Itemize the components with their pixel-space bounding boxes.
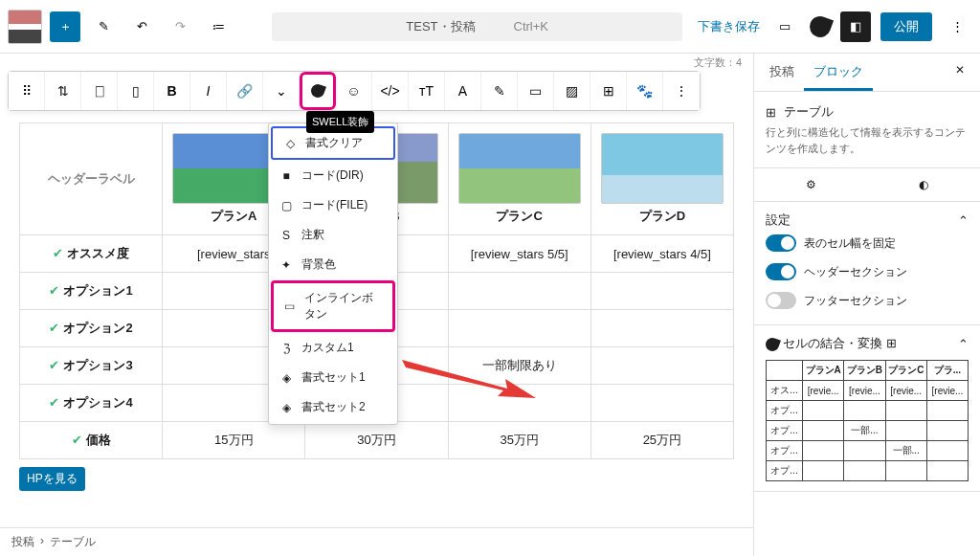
dropdown-item[interactable]: ▭インラインボタン (271, 280, 395, 332)
mini-header-cell[interactable]: プラ... (926, 361, 968, 381)
table-cell[interactable] (590, 310, 733, 347)
cell-merge-header[interactable]: セルの結合・変換 ⊞⌃ (766, 335, 969, 352)
dropdown-item[interactable]: ■コード(DIR) (269, 161, 397, 190)
mini-cell[interactable] (926, 401, 968, 421)
mini-cell[interactable]: オプ... (767, 421, 803, 441)
table-cell[interactable] (590, 385, 733, 422)
save-draft-link[interactable]: 下書き保存 (698, 18, 760, 35)
plan-header[interactable]: プランD (590, 123, 733, 235)
undo-button[interactable]: ↶ (126, 11, 157, 42)
dropdown-item[interactable]: ✦背景色 (269, 250, 397, 279)
mini-cell[interactable] (926, 421, 968, 441)
mini-header-cell[interactable]: プランB (844, 361, 885, 381)
column-icon[interactable]: ▯ (118, 72, 154, 110)
styles-subtab-icon[interactable]: ◐ (867, 168, 980, 201)
tab-post[interactable]: 投稿 (760, 54, 804, 91)
mini-cell[interactable] (885, 401, 926, 421)
italic-icon[interactable]: I (190, 72, 227, 110)
dropdown-item[interactable]: ℨカスタム1 (269, 333, 397, 363)
mini-cell[interactable]: 一部... (885, 441, 926, 461)
row-label-cell[interactable]: ✔オプション3 (20, 347, 163, 385)
mini-cell[interactable] (926, 461, 968, 481)
swell-logo-icon[interactable] (807, 12, 834, 39)
table-cell[interactable] (590, 347, 733, 385)
mini-cell[interactable] (844, 441, 885, 461)
handle-icon[interactable]: ⠿ (9, 72, 45, 110)
highlight-icon[interactable]: ✎ (481, 72, 518, 110)
table-cell[interactable]: 15万円 (163, 422, 305, 459)
drag-icon[interactable]: ⇅ (45, 72, 81, 110)
fontcolor-icon[interactable]: A (445, 72, 481, 110)
mini-cell[interactable]: [revie... (885, 381, 926, 401)
settings-section-header[interactable]: 設定⌃ (766, 211, 969, 229)
border-icon[interactable]: ▭ (518, 72, 554, 110)
redo-button[interactable]: ↷ (165, 11, 195, 42)
site-avatar[interactable] (8, 10, 42, 44)
mini-cell[interactable]: [revie... (803, 381, 844, 401)
mini-cell[interactable] (844, 401, 885, 421)
plan-header[interactable]: プランC (448, 123, 590, 235)
mini-cell[interactable] (844, 461, 885, 481)
bgcolor-icon[interactable]: ▨ (554, 72, 590, 110)
toggle-switch[interactable] (766, 234, 796, 252)
grid-icon[interactable]: ⊞ (590, 72, 627, 110)
close-sidebar-icon[interactable]: ✕ (946, 54, 974, 91)
row-label-cell[interactable]: ✔オプション1 (20, 273, 163, 310)
outline-button[interactable]: ≔ (203, 11, 234, 42)
more-menu-button[interactable]: ⋮ (942, 11, 972, 42)
mini-cell[interactable]: オプ... (767, 441, 803, 461)
code-icon[interactable]: </> (372, 72, 409, 110)
mini-header-cell[interactable] (767, 361, 803, 381)
paw-icon[interactable]: 🐾 (627, 72, 663, 110)
table-cell[interactable] (590, 273, 733, 310)
edit-mode-button[interactable]: ✎ (88, 11, 119, 42)
add-block-button[interactable]: ＋ (50, 11, 80, 42)
mini-cell[interactable] (803, 441, 844, 461)
row-icon[interactable]: ⎕ (81, 72, 118, 110)
publish-button[interactable]: 公開 (880, 12, 932, 41)
mini-cell[interactable]: 一部... (844, 421, 885, 441)
cell-preview-table[interactable]: プランAプランBプランCプラ...オス...[revie...[revie...… (766, 360, 969, 481)
toggle-switch[interactable] (766, 263, 796, 280)
document-title-bar[interactable]: TEST・投稿 Ctrl+K (272, 12, 682, 41)
swell-icon[interactable] (300, 72, 336, 110)
table-cell[interactable]: [review_stars 4/5] (590, 235, 733, 273)
mini-cell[interactable]: [revie... (926, 381, 968, 401)
more-icon[interactable]: ⋮ (663, 72, 700, 110)
mini-cell[interactable] (803, 401, 844, 421)
header-label-cell[interactable]: ヘッダーラベル (20, 123, 163, 235)
toggle-switch[interactable] (766, 292, 796, 309)
dropdown-item[interactable]: S注釈 (269, 220, 397, 250)
table-cell[interactable]: 35万円 (448, 422, 590, 459)
mini-header-cell[interactable]: プランC (885, 361, 926, 381)
preview-desktop-icon[interactable]: ▭ (769, 11, 800, 42)
breadcrumb[interactable]: 投稿 › テーブル (0, 527, 753, 556)
dropdown-item[interactable]: ◈書式セット1 (269, 363, 397, 392)
settings-sidebar-toggle[interactable]: ◧ (840, 11, 871, 42)
mini-cell[interactable] (885, 461, 926, 481)
mini-cell[interactable]: オプ... (767, 401, 803, 421)
row-label-cell[interactable]: ✔オプション2 (20, 310, 163, 347)
mini-cell[interactable] (926, 441, 968, 461)
tab-block[interactable]: ブロック (804, 54, 873, 91)
mini-cell[interactable]: オプ... (767, 461, 803, 481)
textsize-icon[interactable]: тT (409, 72, 445, 110)
dropdown-item[interactable]: ◈書式セット2 (269, 392, 397, 422)
mini-header-cell[interactable]: プランA (803, 361, 844, 381)
chevron-down-icon[interactable]: ⌄ (263, 72, 300, 110)
bold-icon[interactable]: B (154, 72, 190, 110)
row-label-cell[interactable]: ✔オススメ度 (20, 235, 163, 273)
mini-cell[interactable] (803, 421, 844, 441)
table-cell[interactable]: 30万円 (305, 422, 448, 459)
table-cell[interactable]: [review_stars 5/5] (448, 235, 590, 273)
mini-cell[interactable] (803, 461, 844, 481)
dropdown-item[interactable]: ▢コード(FILE) (269, 190, 397, 220)
emoji-icon[interactable]: ☺ (336, 72, 372, 110)
link-icon[interactable]: 🔗 (227, 72, 263, 110)
mini-cell[interactable] (885, 421, 926, 441)
row-label-cell[interactable]: ✔オプション4 (20, 385, 163, 422)
row-label-cell[interactable]: ✔価格 (20, 422, 163, 459)
table-cell[interactable] (448, 273, 590, 310)
settings-subtab-icon[interactable]: ⚙ (754, 168, 867, 201)
mini-cell[interactable]: [revie... (844, 381, 885, 401)
